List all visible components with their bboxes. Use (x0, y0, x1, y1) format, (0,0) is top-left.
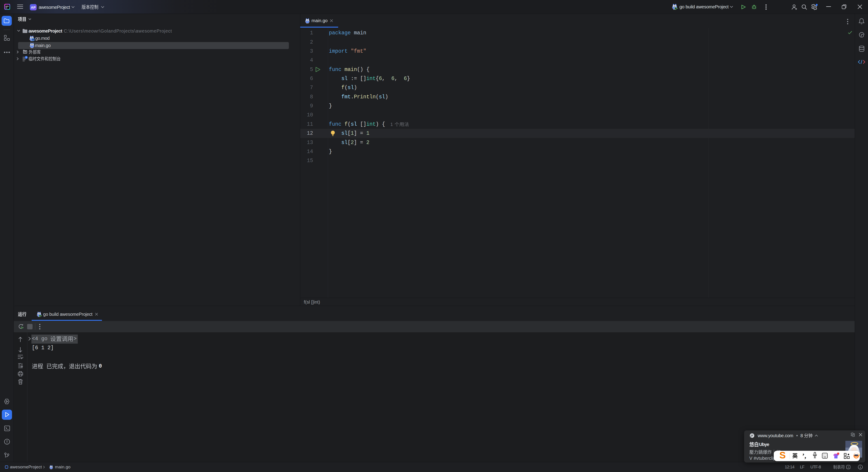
svg-text:GO: GO (5, 5, 8, 7)
